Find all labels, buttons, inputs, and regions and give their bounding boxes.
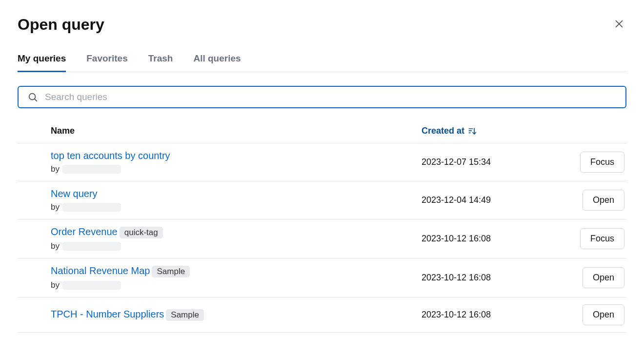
search-input[interactable] (45, 92, 617, 102)
tab-trash[interactable]: Trash (148, 53, 173, 72)
table-row: Order Revenuequick-tagby2023-10-12 16:08… (18, 219, 626, 258)
author-redacted (62, 281, 121, 290)
column-header-created[interactable]: Created at (422, 126, 558, 136)
cell-created: 2023-10-12 16:08 (422, 310, 558, 320)
table-row: New queryby2023-12-04 14:49Open (18, 181, 626, 219)
cell-name: New queryby (18, 188, 422, 212)
query-badge: Sample (166, 309, 204, 321)
query-name-link[interactable]: top ten accounts by country (51, 150, 170, 161)
column-header-name[interactable]: Name (18, 126, 422, 136)
dialog-title: Open query (18, 16, 104, 34)
query-byline: by (51, 241, 422, 251)
author-redacted (62, 165, 121, 174)
cell-action: Open (558, 304, 626, 325)
close-icon (614, 19, 624, 29)
open-query-dialog: Open query My queriesFavoritesTrashAll q… (0, 0, 644, 333)
focus-button[interactable]: Focus (580, 228, 624, 249)
table-body: top ten accounts by countryby2023-12-07 … (18, 143, 626, 333)
column-header-created-label: Created at (422, 126, 464, 136)
cell-name: top ten accounts by countryby (18, 150, 422, 174)
cell-action: Open (558, 267, 626, 288)
by-label: by (51, 241, 60, 251)
cell-created: 2023-12-04 14:49 (422, 195, 558, 205)
open-button[interactable]: Open (583, 304, 624, 325)
cell-action: Focus (558, 228, 626, 249)
search-icon (27, 92, 38, 102)
tab-my-queries[interactable]: My queries (18, 53, 66, 72)
cell-name: National Revenue MapSampleby (18, 265, 422, 290)
author-redacted (62, 203, 121, 212)
cell-created: 2023-10-12 16:08 (422, 234, 558, 244)
tab-favorites[interactable]: Favorites (86, 53, 127, 72)
cell-action: Focus (558, 152, 626, 173)
table-row: National Revenue MapSampleby2023-10-12 1… (18, 258, 626, 297)
by-label: by (51, 280, 60, 290)
query-badge: Sample (152, 266, 190, 277)
search-field[interactable] (18, 86, 626, 108)
cell-created: 2023-10-12 16:08 (422, 273, 558, 283)
table-header: Name Created at (18, 120, 626, 143)
table-row: TPCH - Number SuppliersSample2023-10-12 … (18, 297, 626, 333)
tab-all-queries[interactable]: All queries (193, 53, 241, 72)
dialog-header: Open query (18, 16, 626, 34)
query-name-link[interactable]: New query (51, 188, 98, 199)
cell-name: TPCH - Number SuppliersSample (18, 309, 422, 321)
close-button[interactable] (612, 17, 626, 33)
query-byline: by (51, 164, 422, 174)
query-name-link[interactable]: Order Revenue (51, 226, 118, 237)
svg-line-3 (35, 99, 37, 101)
table-row: top ten accounts by countryby2023-12-07 … (18, 143, 626, 181)
by-label: by (51, 164, 60, 174)
focus-button[interactable]: Focus (580, 152, 624, 173)
cell-created: 2023-12-07 15:34 (422, 157, 558, 167)
query-badge: quick-tag (120, 227, 163, 238)
query-name-link[interactable]: TPCH - Number Suppliers (51, 309, 164, 319)
author-redacted (62, 242, 121, 251)
by-label: by (51, 202, 60, 212)
query-byline: by (51, 202, 422, 212)
cell-name: Order Revenuequick-tagby (18, 226, 422, 251)
query-byline: by (51, 280, 422, 290)
tabs: My queriesFavoritesTrashAll queries (18, 53, 626, 72)
cell-action: Open (558, 190, 626, 211)
open-button[interactable]: Open (583, 190, 624, 211)
query-name-link[interactable]: National Revenue Map (51, 265, 150, 276)
sort-desc-icon (467, 126, 477, 136)
open-button[interactable]: Open (583, 267, 624, 288)
